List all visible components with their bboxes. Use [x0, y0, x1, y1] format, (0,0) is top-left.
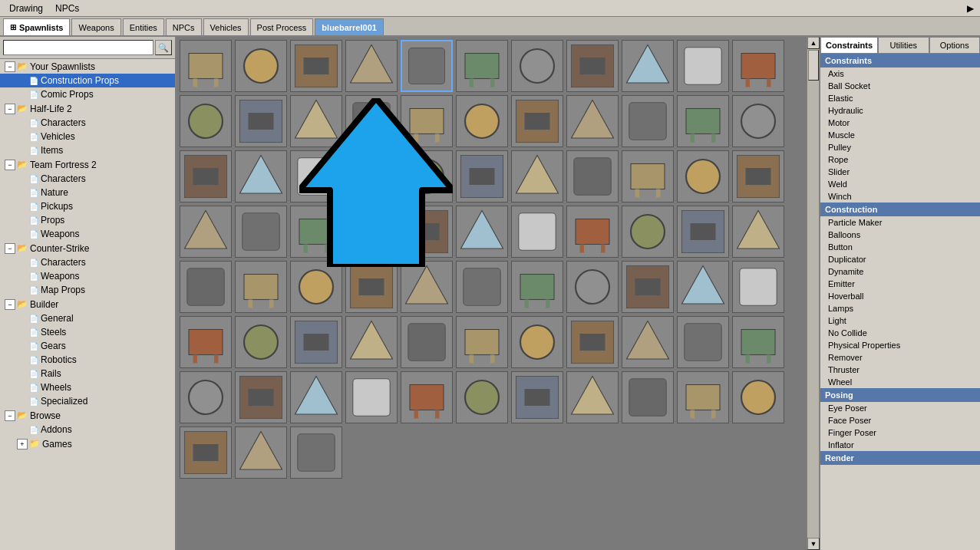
grid-item[interactable]	[180, 426, 232, 479]
grid-item[interactable]	[456, 40, 508, 92]
grid-item[interactable]	[511, 206, 563, 258]
right-tab-utilities[interactable]: Utilities	[878, 37, 929, 53]
tree-item-builder-steels[interactable]: 📄Steels	[0, 325, 175, 339]
section-item-1-13[interactable]: Wheel	[820, 376, 980, 388]
tab-bluebarrel[interactable]: bluebarrel001	[315, 18, 384, 35]
section-item-1-4[interactable]: Dynamite	[820, 265, 980, 278]
section-item-1-6[interactable]: Hoverball	[820, 290, 980, 302]
grid-item[interactable]	[511, 95, 563, 147]
grid-item[interactable]	[732, 95, 784, 147]
tree-item-browse-addons[interactable]: 📄Addons	[0, 423, 175, 436]
tree-item-browse-games[interactable]: +📁Games	[0, 436, 175, 451]
section-item-2-3[interactable]: Inflator	[820, 439, 980, 451]
tree-item-browse[interactable]: −📂Browse	[0, 408, 175, 423]
grid-item[interactable]	[235, 371, 287, 423]
section-item-1-7[interactable]: Lamps	[820, 302, 980, 315]
section-item-1-8[interactable]: Light	[820, 315, 980, 327]
tree-item-comic-props[interactable]: 📄Comic Props	[0, 87, 175, 101]
grid-item[interactable]	[622, 95, 674, 147]
grid-item[interactable]	[290, 261, 342, 313]
grid-item[interactable]	[732, 371, 784, 423]
grid-item[interactable]	[180, 40, 232, 92]
section-item-0-10[interactable]: Winch	[820, 190, 980, 203]
right-tab-tools[interactable]: Constraints	[820, 37, 878, 53]
scroll-down-btn[interactable]: ▼	[807, 538, 820, 550]
grid-item[interactable]	[622, 150, 674, 203]
grid-item[interactable]	[235, 40, 287, 92]
grid-item[interactable]	[677, 40, 729, 92]
grid-item[interactable]	[732, 206, 784, 258]
center-scrollbar[interactable]: ▲ ▼	[807, 37, 819, 550]
tree-item-tf2-weapons[interactable]: 📄Weapons	[0, 227, 175, 241]
section-item-0-7[interactable]: Rope	[820, 153, 980, 166]
grid-item[interactable]	[511, 150, 563, 203]
section-header-0[interactable]: Constraints	[820, 54, 980, 68]
grid-item[interactable]	[345, 150, 398, 203]
tree-item-hl2-characters[interactable]: 📄Characters	[0, 116, 175, 130]
grid-item[interactable]	[235, 206, 287, 258]
grid-item[interactable]	[180, 95, 232, 147]
tree-item-counter-strike[interactable]: −📂Counter-Strike	[0, 241, 175, 255]
search-input[interactable]	[3, 40, 153, 55]
tab-entities[interactable]: Entities	[123, 18, 164, 35]
grid-item[interactable]	[345, 40, 398, 92]
tree-item-cs-characters[interactable]: 📄Characters	[0, 255, 175, 269]
grid-item[interactable]	[456, 150, 508, 203]
tab-npcs[interactable]: NPCs	[166, 18, 202, 35]
scroll-thumb[interactable]	[808, 50, 819, 81]
section-item-0-6[interactable]: Pulley	[820, 141, 980, 153]
tree-item-tf2-nature[interactable]: 📄Nature	[0, 186, 175, 199]
grid-item[interactable]	[235, 150, 287, 203]
grid-item[interactable]	[180, 150, 232, 203]
tree-item-builder-wheels[interactable]: 📄Wheels	[0, 380, 175, 394]
grid-item[interactable]	[732, 40, 784, 92]
tree-item-half-life-2[interactable]: −📂Half-Life 2	[0, 101, 175, 116]
grid-item[interactable]	[290, 371, 342, 423]
section-header-2[interactable]: Posing	[820, 388, 980, 402]
tree-item-hl2-items[interactable]: 📄Items	[0, 143, 175, 157]
section-item-0-9[interactable]: Weld	[820, 178, 980, 190]
tab-postprocess[interactable]: Post Process	[250, 18, 314, 35]
grid-item[interactable]	[401, 40, 453, 92]
section-item-2-2[interactable]: Finger Poser	[820, 426, 980, 439]
section-item-0-4[interactable]: Motor	[820, 117, 980, 129]
menu-drawing[interactable]: Drawing	[3, 2, 49, 15]
grid-item[interactable]	[401, 316, 453, 368]
expand-btn-your-spawnlists[interactable]: −	[5, 61, 15, 72]
section-item-1-0[interactable]: Particle Maker	[820, 216, 980, 229]
expand-btn-team-fortress[interactable]: −	[5, 160, 15, 170]
grid-item[interactable]	[732, 150, 784, 203]
grid-item[interactable]	[622, 40, 674, 92]
section-item-0-3[interactable]: Hydraulic	[820, 104, 980, 117]
tree-item-cs-mapprops[interactable]: 📄Map Props	[0, 283, 175, 297]
section-item-0-8[interactable]: Slider	[820, 166, 980, 178]
grid-item[interactable]	[622, 206, 674, 258]
grid-item[interactable]	[566, 261, 619, 313]
expand-btn-builder[interactable]: −	[5, 299, 15, 310]
grid-item[interactable]	[677, 316, 729, 368]
section-item-0-2[interactable]: Elastic	[820, 92, 980, 104]
grid-item[interactable]	[677, 95, 729, 147]
tree-item-hl2-vehicles[interactable]: 📄Vehicles	[0, 130, 175, 143]
grid-item[interactable]	[456, 316, 508, 368]
grid-item[interactable]	[401, 371, 453, 423]
grid-item[interactable]	[732, 316, 784, 368]
grid-item[interactable]	[345, 371, 398, 423]
expand-btn-half-life-2[interactable]: −	[5, 104, 15, 114]
section-item-1-3[interactable]: Duplicator	[820, 253, 980, 265]
grid-item[interactable]	[566, 150, 619, 203]
expand-btn-browse-games[interactable]: +	[17, 439, 28, 450]
tree-item-team-fortress[interactable]: −📂Team Fortress 2	[0, 157, 175, 172]
section-item-1-10[interactable]: Physical Properties	[820, 339, 980, 351]
section-item-2-0[interactable]: Eye Poser	[820, 402, 980, 414]
grid-item[interactable]	[235, 95, 287, 147]
grid-item[interactable]	[732, 261, 784, 313]
tree-item-builder-specialized[interactable]: 📄Specialized	[0, 394, 175, 408]
grid-item[interactable]	[677, 150, 729, 203]
grid-item[interactable]	[290, 206, 342, 258]
grid-item[interactable]	[290, 150, 342, 203]
grid-item[interactable]	[677, 261, 729, 313]
menu-npcs[interactable]: NPCs	[49, 2, 85, 15]
grid-item[interactable]	[456, 261, 508, 313]
tab-vehicles[interactable]: Vehicles	[203, 18, 249, 35]
